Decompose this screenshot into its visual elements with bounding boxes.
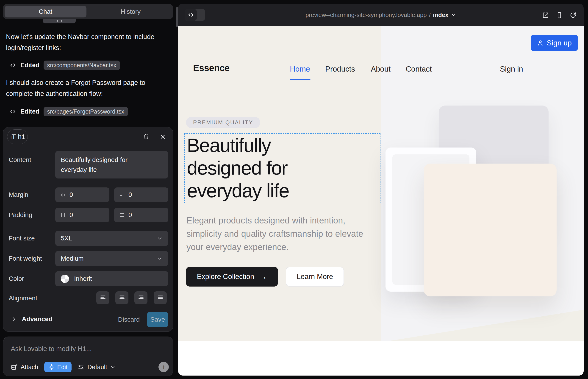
advanced-toggle[interactable]: Advanced	[11, 316, 52, 323]
url-bar[interactable]: preview--charming-site-symphony.lovable.…	[178, 4, 584, 26]
url-domain: preview--charming-site-symphony.lovable.…	[306, 12, 427, 19]
align-left-icon	[100, 295, 106, 301]
decor-card-cream	[424, 164, 557, 296]
nav-active-underline	[290, 79, 310, 79]
color-label: Color	[9, 275, 24, 283]
quality-badge: PREMIUM QUALITY	[186, 117, 260, 128]
element-editor-panel: TT h1 Content Beautifully designed for e…	[3, 127, 173, 332]
mobile-view-icon[interactable]	[556, 12, 563, 19]
align-right-icon	[138, 295, 144, 301]
font-weight-label: Font weight	[9, 255, 42, 262]
file-badge[interactable]: src/components/Navbar.tsx	[44, 61, 120, 70]
assistant-message: Now let's update the Navbar component to…	[6, 31, 167, 53]
color-select[interactable]: Inherit	[55, 271, 168, 286]
edited-label: Edited	[20, 62, 39, 69]
arrow-right-icon: →	[259, 272, 267, 281]
nav-link-products[interactable]: Products	[325, 65, 355, 73]
url-page: index	[433, 12, 449, 19]
learn-more-button[interactable]: Learn More	[286, 267, 344, 286]
hero-section: Essence Home Products About Contact Sign…	[178, 26, 584, 341]
preview-window: preview--charming-site-symphony.lovable.…	[178, 4, 584, 376]
chat-history-tabbar: Chat History	[3, 4, 173, 19]
send-button[interactable]: ↑	[158, 362, 169, 372]
type-icon: TT	[10, 133, 16, 141]
align-left-button[interactable]	[96, 291, 109, 304]
padding-y-input[interactable]: 0	[114, 208, 168, 222]
prompt-input[interactable]: Ask Lovable to modify H1...	[11, 345, 92, 353]
edited-label: Edited	[20, 108, 39, 115]
prompt-box: Ask Lovable to modify H1... Attach Edit …	[3, 337, 173, 376]
nav-link-contact[interactable]: Contact	[406, 65, 432, 73]
target-icon	[48, 364, 55, 370]
font-size-select[interactable]: 5XL	[55, 231, 168, 246]
content-label: Content	[9, 156, 31, 164]
margin-x-input[interactable]: 0	[55, 188, 109, 202]
margin-label: Margin	[9, 191, 29, 198]
default-mode-button[interactable]: Default	[77, 364, 116, 371]
sign-in-link[interactable]: Sign in	[500, 65, 523, 73]
code-icon	[9, 62, 16, 69]
close-editor-button[interactable]	[158, 132, 167, 141]
hero-heading[interactable]: Beautifully designed for everyday life	[187, 134, 289, 202]
align-center-button[interactable]	[115, 291, 128, 304]
sign-up-button[interactable]: Sign up	[531, 35, 578, 51]
chat-sidebar: Chat History Now let's update the Navbar…	[0, 0, 178, 379]
tab-chat[interactable]: Chat	[5, 6, 86, 17]
explore-collection-button[interactable]: Explore Collection →	[186, 267, 278, 286]
discard-button[interactable]: Discard	[115, 316, 143, 323]
url-separator: /	[429, 12, 431, 19]
hero-paragraph: Elegant products designed with intention…	[186, 214, 365, 254]
color-swatch	[61, 275, 69, 283]
tab-history[interactable]: History	[90, 6, 171, 17]
padding-x-input[interactable]: 0	[55, 208, 109, 222]
chevron-down-icon[interactable]	[451, 12, 456, 18]
save-button[interactable]: Save	[147, 312, 168, 327]
chrome-actions	[542, 12, 577, 19]
delete-element-button[interactable]	[142, 132, 151, 141]
rendered-page: Essence Home Products About Contact Sign…	[178, 26, 584, 376]
padding-label: Padding	[9, 211, 32, 219]
align-center-icon	[119, 295, 125, 301]
chat-scrollbar-thumb[interactable]	[176, 7, 178, 27]
nav-link-home[interactable]: Home	[290, 65, 310, 73]
margin-horizontal-icon	[60, 192, 66, 198]
scrolled-badge-partial	[43, 19, 76, 23]
site-logo[interactable]: Essence	[193, 63, 230, 73]
nav-link-about[interactable]: About	[371, 65, 390, 73]
chevron-right-icon	[11, 316, 17, 322]
margin-vertical-icon	[119, 192, 125, 198]
attach-button[interactable]: Attach	[11, 364, 38, 371]
padding-horizontal-icon	[60, 212, 66, 218]
chevron-down-icon	[157, 255, 163, 262]
sliders-icon	[77, 364, 84, 371]
content-input[interactable]: Beautifully designed for everyday life	[55, 151, 168, 178]
padding-vertical-icon	[119, 212, 125, 218]
align-right-button[interactable]	[134, 291, 147, 304]
font-size-label: Font size	[9, 235, 35, 242]
assistant-message: I should also create a Forgot Password p…	[6, 77, 167, 99]
edit-mode-button[interactable]: Edit	[44, 362, 72, 372]
margin-y-input[interactable]: 0	[114, 188, 168, 202]
tag-name: h1	[18, 133, 25, 141]
edited-file-row: Edited src/components/Navbar.tsx	[9, 60, 120, 70]
hero-bg-wedge	[390, 310, 584, 341]
alignment-label: Alignment	[9, 295, 37, 302]
chevron-down-icon	[110, 364, 116, 370]
arrow-up-icon: ↑	[162, 363, 165, 371]
chevron-down-icon	[157, 235, 163, 241]
edited-file-row: Edited src/pages/ForgotPassword.tsx	[9, 107, 128, 117]
attach-image-icon	[11, 364, 18, 371]
align-justify-button[interactable]	[154, 291, 167, 304]
open-external-icon[interactable]	[542, 12, 549, 19]
font-weight-select[interactable]: Medium	[55, 251, 168, 266]
refresh-icon[interactable]	[569, 12, 577, 19]
align-justify-icon	[157, 295, 164, 301]
prompt-toolbar: Attach Edit Default	[11, 362, 168, 373]
user-icon	[537, 39, 544, 46]
file-badge[interactable]: src/pages/ForgotPassword.tsx	[44, 107, 128, 116]
selected-element-tag: TT h1	[7, 129, 28, 144]
code-icon	[9, 108, 16, 115]
app-window: Chat History Now let's update the Navbar…	[0, 0, 588, 379]
